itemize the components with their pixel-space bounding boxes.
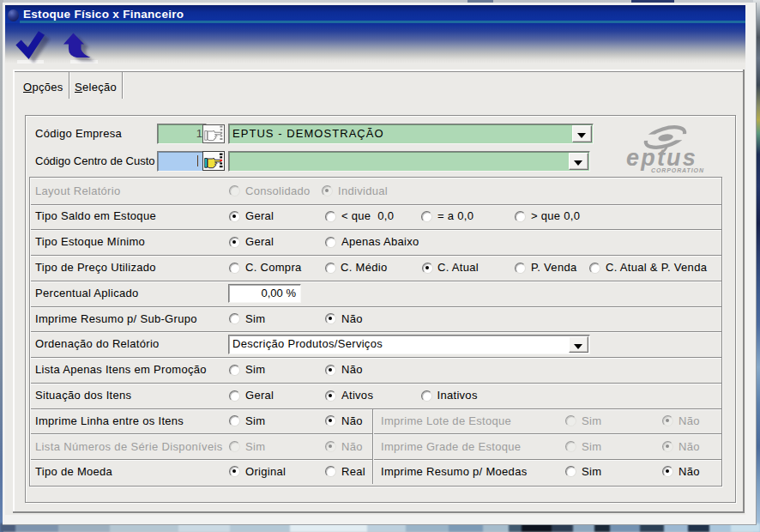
svg-text:CORPORATION: CORPORATION [651,167,704,173]
